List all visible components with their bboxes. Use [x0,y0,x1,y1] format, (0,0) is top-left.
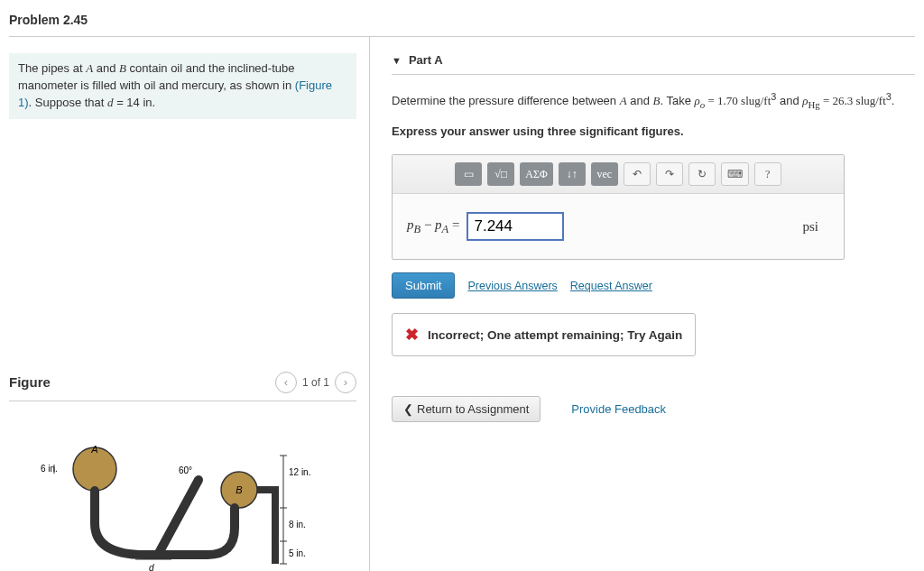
answer-input[interactable] [467,212,564,241]
figure-prev-button[interactable]: ‹ [275,372,297,393]
submit-button[interactable]: Submit [392,272,455,299]
help-button[interactable]: ? [754,162,781,186]
redo-button[interactable]: ↷ [656,162,683,186]
provide-feedback-link[interactable]: Provide Feedback [571,402,666,416]
figure-heading: Figure [9,374,275,390]
figure-count: 1 of 1 [302,376,329,389]
figure-next-button[interactable]: › [335,372,356,393]
svg-text:6 in.: 6 in. [41,464,58,474]
problem-title: Problem 2.45 [9,9,915,37]
answer-lhs: pB − pA = [407,217,459,236]
greek-button[interactable]: ΑΣΦ [520,162,552,186]
vec-button[interactable]: vec [591,162,618,186]
svg-text:5 in.: 5 in. [289,548,306,558]
svg-text:8 in.: 8 in. [289,520,306,530]
svg-text:B: B [236,484,242,495]
chevron-left-icon: ❮ [403,402,413,416]
answer-unit: psi [802,219,818,235]
collapse-caret-icon: ▼ [392,55,402,66]
undo-button[interactable]: ↶ [624,162,651,186]
svg-text:60°: 60° [179,465,192,475]
part-prompt: Determine the pressure difference betwee… [392,89,915,112]
svg-text:12 in.: 12 in. [289,467,310,477]
answer-box: ▭ √□ ΑΣΦ ↓↑ vec ↶ ↷ ↻ ⌨ ? pB − pA = psi [392,154,845,260]
svg-text:A: A [90,444,97,455]
keyboard-button[interactable]: ⌨ [721,162,749,186]
template-button[interactable]: ▭ [455,162,482,186]
part-header[interactable]: ▼ Part A [392,53,915,75]
problem-description: The pipes at A and B contain oil and the… [9,53,356,119]
feedback-message: ✖ Incorrect; One attempt remaining; Try … [392,313,696,356]
sqrt-button[interactable]: √□ [487,162,514,186]
figure-diagram: A B 6 in. 60° d [9,419,356,571]
instruction-text: Express your answer using three signific… [392,124,915,138]
reset-button[interactable]: ↻ [688,162,716,186]
incorrect-icon: ✖ [405,325,419,345]
subscript-button[interactable]: ↓↑ [559,162,586,186]
previous-answers-link[interactable]: Previous Answers [467,280,557,292]
request-answer-link[interactable]: Request Answer [570,280,652,292]
return-to-assignment-button[interactable]: ❮ Return to Assignment [392,396,541,422]
svg-text:d: d [149,563,154,571]
